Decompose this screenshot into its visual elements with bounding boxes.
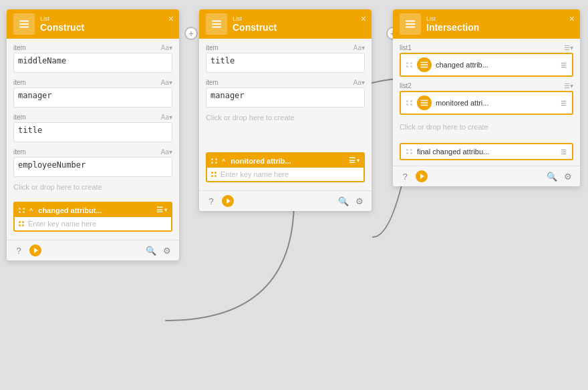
panel2-footer-left: ? (206, 195, 234, 207)
list2-item-menu[interactable]: ☰ (561, 100, 567, 107)
panel1-drop-zone[interactable]: Click or drop here to create (13, 179, 172, 198)
node-menu-icon-2: ☰ (349, 156, 355, 165)
field-label-1: item Aa▾ (13, 44, 172, 51)
add-between-1-button[interactable]: + (184, 27, 198, 40)
panel1-key-placeholder[interactable]: Enter key name here (28, 220, 96, 228)
item-input-p2-2[interactable]: manager (206, 87, 365, 108)
panel1-type: List (40, 15, 84, 22)
panel3-output-menu[interactable]: ☰ (561, 148, 567, 156)
panel2-output-node-header: ^ nonitored attrib... ☰ ▾ (207, 154, 363, 168)
settings-icon-3[interactable]: ⚙ (563, 171, 573, 182)
item-label-4: item (13, 148, 26, 156)
panel1-close-button[interactable]: × (168, 13, 174, 24)
panel3-output-node: final changed attribu... ☰ (400, 143, 573, 160)
list1-item-inner: changed attrib... ☰ (401, 54, 572, 75)
panel1-output-node-body: Enter key name here (15, 217, 171, 230)
panel2-output-node-body: Enter key name here (207, 168, 363, 181)
panel1-footer-right: 🔍 ⚙ (146, 245, 172, 256)
item-input-p2-1[interactable]: title (206, 53, 365, 73)
list1-menu[interactable]: ☰▾ (564, 44, 573, 51)
item-label-p2-1: item (206, 44, 218, 51)
svg-rect-1 (19, 23, 29, 25)
aa-selector-4[interactable]: Aa▾ (161, 148, 172, 156)
item-input-3[interactable]: title (13, 122, 172, 142)
field-label-4: item Aa▾ (13, 148, 172, 156)
list-icon-1 (18, 18, 30, 30)
settings-icon-1[interactable]: ⚙ (162, 245, 172, 256)
help-icon-2[interactable]: ? (206, 196, 216, 206)
panel3-output-label: final changed attribu... (417, 148, 557, 156)
list1-label-text: list1 (400, 44, 412, 51)
panel3-footer: ? 🔍 ⚙ (393, 166, 580, 186)
drag-handle-2[interactable] (211, 158, 218, 164)
help-icon-3[interactable]: ? (400, 171, 410, 182)
panel2-body: item Aa▾ title item Aa▾ manager Click or… (199, 39, 372, 190)
aa-selector-2[interactable]: Aa▾ (161, 79, 172, 86)
panel1-node-menu[interactable]: ☰ ▾ (156, 206, 167, 214)
play-button-1[interactable] (29, 244, 41, 256)
panel2-type: List (233, 15, 277, 22)
panel2-output-label: nonitored attrib... (231, 157, 291, 165)
item-input-4[interactable]: employeeNumber (13, 157, 172, 177)
item-input-2[interactable]: manager (13, 87, 172, 108)
svg-rect-4 (212, 23, 221, 25)
drag-handle-1[interactable] (19, 208, 25, 213)
list2-item-text: monitored attri... (436, 99, 557, 107)
svg-rect-0 (19, 21, 29, 22)
aa-selector-1[interactable]: Aa▾ (161, 44, 172, 51)
panel2-node-menu[interactable]: ☰ ▾ (349, 156, 359, 165)
aa-selector-p2-2[interactable]: Aa▾ (353, 79, 365, 86)
panel1-title-area: List Construct (40, 15, 84, 33)
list1-item-menu[interactable]: ☰ (561, 61, 567, 69)
field-label-p2-1: item Aa▾ (206, 44, 365, 51)
panel2-footer-right: 🔍 ⚙ (338, 196, 365, 206)
svg-rect-6 (406, 21, 415, 22)
play-button-3[interactable] (416, 170, 428, 182)
panel2-footer: ? 🔍 ⚙ (199, 190, 372, 211)
panel1-body: item Aa▾ middleName item Aa▾ manager ite… (7, 39, 179, 240)
panel3-close-button[interactable]: × (569, 13, 575, 24)
panel2-drop-zone[interactable]: Click or drop here to create (206, 110, 365, 128)
search-icon-2[interactable]: 🔍 (338, 196, 349, 206)
panel3-title-area: List Intersection (426, 15, 479, 33)
panel2-output-node: ^ nonitored attrib... ☰ ▾ Enter key name… (206, 152, 365, 182)
panel-construct-1: List Construct × item Aa▾ middleName ite… (7, 9, 179, 260)
panel1-output-node-header: ^ changed attribut... ☰ ▾ (15, 203, 171, 217)
svg-rect-3 (212, 21, 221, 22)
panel3-footer-left: ? (400, 170, 428, 182)
panel3-drop-zone[interactable]: Click or drop here to create (400, 119, 573, 138)
canvas: + + List Construct × item Aa▾ (0, 0, 588, 390)
search-icon-3[interactable]: 🔍 (547, 171, 557, 182)
panel2-close-button[interactable]: × (361, 13, 366, 24)
field-label-2: item Aa▾ (13, 79, 172, 86)
search-icon-1[interactable]: 🔍 (146, 245, 156, 256)
list2-item-inner: monitored attri... ☰ (401, 92, 572, 114)
item-input-1[interactable]: middleName (13, 53, 172, 73)
panel3-icon (400, 13, 421, 35)
panel1-output-node: ^ changed attribut... ☰ ▾ Enter key name… (13, 202, 172, 232)
list2-label-text: list2 (400, 82, 412, 89)
svg-rect-5 (212, 27, 221, 28)
aa-selector-3[interactable]: Aa▾ (161, 114, 172, 121)
node-menu-chevron-2: ▾ (357, 158, 359, 164)
svg-rect-13 (420, 102, 428, 103)
panel3-drag-handle[interactable] (406, 149, 413, 154)
aa-selector-p2-1[interactable]: Aa▾ (353, 44, 365, 51)
list1-item-node: changed attrib... ☰ (400, 53, 573, 77)
panel1-output-label: changed attribut... (38, 206, 102, 214)
help-icon-1[interactable]: ? (13, 245, 24, 256)
settings-icon-2[interactable]: ⚙ (354, 196, 365, 206)
list1-drag-handle[interactable] (406, 62, 413, 67)
drag-dots-sm-1 (19, 221, 24, 226)
item-label-1: item (13, 44, 26, 51)
svg-rect-11 (420, 67, 428, 67)
list2-drag-handle[interactable] (406, 100, 413, 106)
panel1-footer: ? 🔍 ⚙ (7, 240, 179, 260)
panel2-key-placeholder[interactable]: Enter key name here (220, 170, 289, 178)
node-menu-chevron-1: ▾ (164, 207, 167, 213)
play-button-2[interactable] (222, 195, 234, 207)
panel1-footer-left: ? (13, 244, 41, 256)
item-label-p2-2: item (206, 79, 218, 86)
caret-icon-1: ^ (29, 207, 33, 214)
list2-menu[interactable]: ☰▾ (564, 82, 573, 89)
